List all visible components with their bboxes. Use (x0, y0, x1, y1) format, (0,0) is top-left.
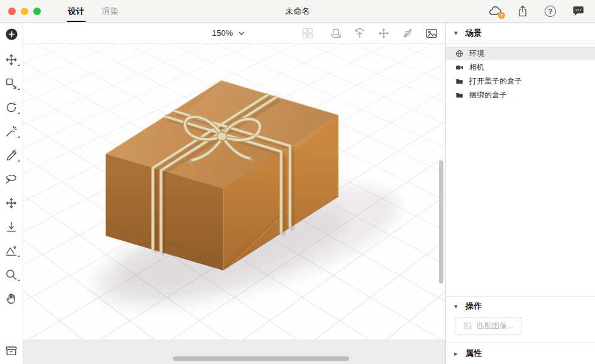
main-area: 150% (0, 23, 595, 364)
scene-item-open-box[interactable]: 打开盖子的盒子 (446, 74, 595, 88)
dolly-camera-button[interactable] (400, 26, 415, 41)
flyout-indicator (18, 255, 19, 257)
close-window-button[interactable] (8, 8, 16, 15)
chevron-down-icon: ▾ (454, 303, 460, 310)
properties-panel-header[interactable]: ▸ 属性 (446, 342, 595, 364)
package-3d-object[interactable] (23, 44, 445, 339)
pan-hand-tool[interactable] (3, 290, 19, 307)
actions-panel-header[interactable]: ▾ 操作 (446, 297, 595, 316)
environment-icon (455, 50, 464, 58)
titlebar: 设计 渲染 未命名 ! ? (0, 0, 595, 23)
app-window: 设计 渲染 未命名 ! ? (0, 0, 595, 364)
chevron-right-icon: ▸ (454, 350, 460, 357)
horizon-tool[interactable] (3, 243, 19, 259)
cross-arrows-icon (4, 196, 18, 210)
zoom-value: 150% (212, 28, 233, 38)
scene-item-camera[interactable]: 相机 (446, 60, 595, 74)
share-icon (516, 4, 530, 18)
archive-box-icon (4, 344, 18, 358)
feedback-button[interactable] (570, 4, 586, 19)
image-icon (425, 26, 438, 40)
traffic-lights (8, 8, 41, 15)
share-button[interactable] (515, 4, 530, 19)
scene-list: 环境 相机 打开盖子的盒子 (446, 44, 595, 102)
scale-rect-icon (4, 77, 18, 91)
plus-circle-icon (4, 27, 19, 41)
folder-icon (455, 77, 464, 85)
hand-icon (4, 292, 18, 306)
magnifier-icon (4, 268, 18, 282)
panel-spacer (446, 102, 595, 296)
select-move-tool[interactable] (3, 52, 19, 68)
3d-viewport[interactable] (23, 44, 445, 339)
flyout-indicator (18, 64, 19, 66)
grid-views-icon (301, 26, 314, 40)
orbit-camera-button[interactable] (352, 26, 367, 41)
match-image-label: 匹配图像... (477, 321, 513, 331)
properties-panel-title: 属性 (465, 348, 482, 359)
magic-wand-icon (4, 124, 18, 138)
sampler-tool[interactable] (3, 147, 19, 163)
tab-design[interactable]: 设计 (68, 0, 84, 22)
add-content-button[interactable] (3, 26, 19, 42)
eyedropper-icon (4, 148, 18, 162)
camera-tools (300, 26, 439, 41)
minimize-window-button[interactable] (21, 8, 28, 15)
flyout-indicator (18, 279, 19, 281)
translate-tool[interactable] (3, 195, 19, 211)
tab-render[interactable]: 渲染 (102, 0, 118, 22)
actions-section: ▾ 操作 匹配图像... (446, 296, 595, 342)
sync-warning-badge: ! (498, 12, 505, 19)
horizontal-scrollbar[interactable] (173, 356, 349, 361)
cloud-sync-button[interactable]: ! (487, 4, 503, 19)
chat-bubble-icon (571, 4, 586, 18)
scene-item-label: 相机 (469, 62, 484, 73)
lasso-tool[interactable] (3, 171, 19, 187)
scene-item-label: 打开盖子的盒子 (469, 76, 522, 87)
move-cursor-icon (4, 53, 18, 67)
magic-wand-tool[interactable] (3, 123, 19, 140)
actions-panel-title: 操作 (465, 301, 482, 312)
chevron-down-icon: ▾ (454, 30, 460, 36)
canvas-toolbar: 150% (23, 23, 445, 44)
flyout-indicator (18, 112, 19, 114)
match-image-button[interactable]: 匹配图像... (455, 317, 521, 334)
flyout-indicator (18, 160, 19, 162)
mode-tabs: 设计 渲染 (68, 0, 118, 22)
help-button[interactable]: ? (543, 4, 558, 19)
orbit-object-icon (329, 26, 343, 40)
left-toolbar (0, 23, 23, 364)
select-rotate-tool[interactable] (3, 99, 19, 116)
scene-panel-title: 场景 (465, 28, 482, 39)
canvas-bottom-bar (23, 339, 445, 364)
select-scale-tool[interactable] (3, 75, 19, 92)
scene-panel-header[interactable]: ▾ 场景 (446, 23, 595, 44)
render-preview-button[interactable] (3, 343, 19, 359)
camera-icon (455, 63, 464, 72)
down-arrow-icon (4, 220, 18, 234)
rotate-arc-icon (4, 101, 18, 114)
match-image-tool-button[interactable] (424, 26, 439, 41)
orbit-camera-icon (353, 26, 367, 40)
scene-item-label: 环境 (469, 48, 484, 59)
titlebar-actions: ! ? (487, 4, 586, 19)
pan-camera-icon (377, 26, 391, 40)
orbit-object-button[interactable] (328, 26, 343, 41)
scene-item-tied-box[interactable]: 捆绑的盒子 (446, 88, 595, 102)
chevron-down-icon (238, 30, 245, 37)
pan-camera-button[interactable] (376, 26, 391, 41)
help-icon: ? (545, 6, 556, 17)
match-image-icon (463, 321, 472, 331)
drop-to-ground-tool[interactable] (3, 219, 19, 235)
vertical-scrollbar[interactable] (439, 160, 443, 284)
zoom-window-button[interactable] (33, 8, 41, 15)
horizon-mountain-icon (4, 244, 18, 258)
layout-views-button[interactable] (300, 26, 315, 41)
right-panel: ▾ 场景 环境 相机 (445, 23, 595, 364)
lasso-icon (4, 172, 18, 186)
canvas-area: 150% (23, 23, 445, 364)
scene-item-environment[interactable]: 环境 (446, 47, 595, 60)
zoom-control[interactable]: 150% (212, 28, 245, 38)
dolly-camera-icon (401, 26, 414, 40)
zoom-tool[interactable] (3, 267, 19, 283)
